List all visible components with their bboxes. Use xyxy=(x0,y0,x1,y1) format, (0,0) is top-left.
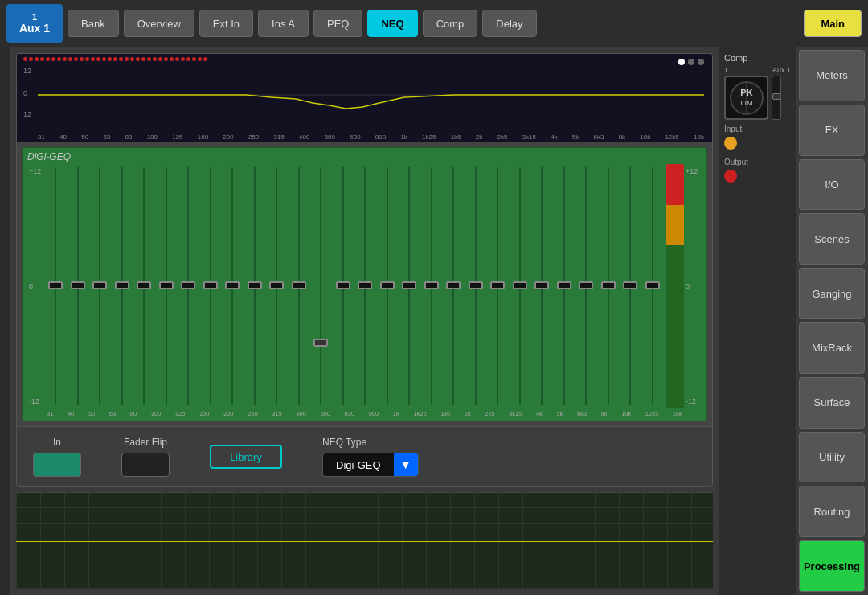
tab-delay[interactable]: Delay xyxy=(482,10,536,37)
nav-ganging[interactable]: Ganging xyxy=(799,268,865,319)
fader-track-100[interactable] xyxy=(166,167,167,405)
fader-col-2k[interactable] xyxy=(443,167,465,405)
fader-col-50[interactable] xyxy=(89,167,111,405)
fader-col-4k[interactable] xyxy=(510,167,531,405)
output-dot[interactable] xyxy=(724,170,737,183)
in-toggle[interactable] xyxy=(33,453,81,477)
fader-track-5k[interactable] xyxy=(541,167,542,405)
fader-col-6k3[interactable] xyxy=(554,167,575,405)
fader-handle-250[interactable] xyxy=(248,281,262,289)
fader-handle-630[interactable] xyxy=(336,281,350,289)
fader-handle-12k5[interactable] xyxy=(623,281,637,289)
fader-col-1k6[interactable] xyxy=(421,167,443,405)
fader-handle-2k[interactable] xyxy=(446,281,461,289)
fader-track-1k6[interactable] xyxy=(431,167,432,405)
tab-ins-a[interactable]: Ins A xyxy=(258,10,309,37)
fader-handle-400[interactable] xyxy=(292,281,306,289)
fader-col-10k[interactable] xyxy=(598,167,620,405)
input-dot[interactable] xyxy=(724,137,737,150)
fader-col-160[interactable] xyxy=(200,167,222,405)
nav-routing[interactable]: Routing xyxy=(799,486,865,537)
fader-track-250[interactable] xyxy=(254,167,256,405)
fader-col-2k5[interactable] xyxy=(465,167,487,405)
fader-track-1k25[interactable] xyxy=(408,167,410,405)
fader-col-3k15[interactable] xyxy=(487,167,509,405)
fader-track-125[interactable] xyxy=(187,167,189,405)
fader-handle-2k5[interactable] xyxy=(469,281,483,289)
nav-io[interactable]: I/O xyxy=(799,159,865,211)
fader-col-125[interactable] xyxy=(178,167,199,405)
fader-handle-315[interactable] xyxy=(269,281,284,289)
library-button[interactable]: Library xyxy=(210,445,282,469)
tab-comp[interactable]: Comp xyxy=(423,10,478,37)
fader-handle-1k[interactable] xyxy=(380,281,395,289)
tab-peq[interactable]: PEQ xyxy=(313,10,362,37)
fader-handle-63[interactable] xyxy=(115,281,129,289)
fader-col-5k[interactable] xyxy=(531,167,553,405)
fader-handle-100[interactable] xyxy=(159,281,174,289)
tab-bank[interactable]: Bank xyxy=(68,10,119,37)
nav-fx[interactable]: FX xyxy=(799,105,865,156)
nav-utility[interactable]: Utility xyxy=(799,432,865,483)
fader-col-200[interactable] xyxy=(222,167,244,405)
fader-track-3k15[interactable] xyxy=(497,167,498,405)
fader-flip-toggle[interactable] xyxy=(121,453,170,477)
fader-track-10k[interactable] xyxy=(608,167,609,405)
fader-handle-10k[interactable] xyxy=(601,281,616,289)
fader-handle-160[interactable] xyxy=(203,281,218,289)
fader-col-315[interactable] xyxy=(266,167,288,405)
fader-handle-50[interactable] xyxy=(92,281,107,289)
fader-handle-800[interactable] xyxy=(358,281,372,289)
fader-track-500[interactable] xyxy=(320,167,321,405)
neq-type-dropdown[interactable]: Digi-GEQ ▼ xyxy=(322,453,419,477)
fader-handle-31[interactable] xyxy=(48,281,63,289)
fader-track-6k3[interactable] xyxy=(563,167,565,405)
faders-container[interactable] xyxy=(45,164,663,408)
fader-handle-200[interactable] xyxy=(225,281,240,289)
nav-meters[interactable]: Meters xyxy=(799,50,865,101)
fader-col-80[interactable] xyxy=(133,167,155,405)
fader-track-2k5[interactable] xyxy=(475,167,477,405)
nav-surface[interactable]: Surface xyxy=(799,377,865,429)
fader-track-12k5[interactable] xyxy=(629,167,631,405)
fader-handle-8k[interactable] xyxy=(579,281,593,289)
fader-col-1k25[interactable] xyxy=(399,167,420,405)
fader-col-400[interactable] xyxy=(289,167,310,405)
fader-col-250[interactable] xyxy=(244,167,266,405)
fader-handle-16k[interactable] xyxy=(645,281,660,289)
fader-handle-6k3[interactable] xyxy=(557,281,571,289)
fader-handle-1k6[interactable] xyxy=(424,281,439,289)
fader-track-200[interactable] xyxy=(231,167,233,405)
fader-handle-3k15[interactable] xyxy=(490,281,505,289)
nav-mixrack[interactable]: MixRack xyxy=(799,322,865,374)
fader-handle-5k[interactable] xyxy=(534,281,549,289)
fader-col-500[interactable] xyxy=(310,167,332,405)
main-button[interactable]: Main xyxy=(804,10,862,37)
fader-track-50[interactable] xyxy=(99,167,100,405)
fader-col-63[interactable] xyxy=(112,167,133,405)
fader-track-400[interactable] xyxy=(298,167,300,405)
tab-ext-in[interactable]: Ext In xyxy=(199,10,253,37)
fader-track-160[interactable] xyxy=(210,167,211,405)
dropdown-arrow-icon[interactable]: ▼ xyxy=(394,453,418,476)
fader-track-4k[interactable] xyxy=(519,167,521,405)
fader-col-1k[interactable] xyxy=(377,167,399,405)
tab-overview[interactable]: Overview xyxy=(124,10,194,37)
fader-col-630[interactable] xyxy=(333,167,354,405)
fader-handle-40[interactable] xyxy=(71,281,85,289)
fader-col-16k[interactable] xyxy=(642,167,664,405)
fader-track-16k[interactable] xyxy=(652,167,653,405)
fader-track-800[interactable] xyxy=(364,167,366,405)
fader-col-100[interactable] xyxy=(156,167,178,405)
tab-neq[interactable]: NEQ xyxy=(367,10,417,37)
fader-track-1k[interactable] xyxy=(387,167,388,405)
fader-col-8k[interactable] xyxy=(575,167,597,405)
fader-track-630[interactable] xyxy=(342,167,344,405)
comp-fader[interactable] xyxy=(772,76,781,120)
fader-track-40[interactable] xyxy=(77,167,79,405)
fader-track-2k[interactable] xyxy=(452,167,454,405)
nav-scenes[interactable]: Scenes xyxy=(799,213,865,265)
comp-unit[interactable]: PK LIM xyxy=(724,76,768,120)
fader-track-315[interactable] xyxy=(276,167,277,405)
fader-track-8k[interactable] xyxy=(585,167,587,405)
